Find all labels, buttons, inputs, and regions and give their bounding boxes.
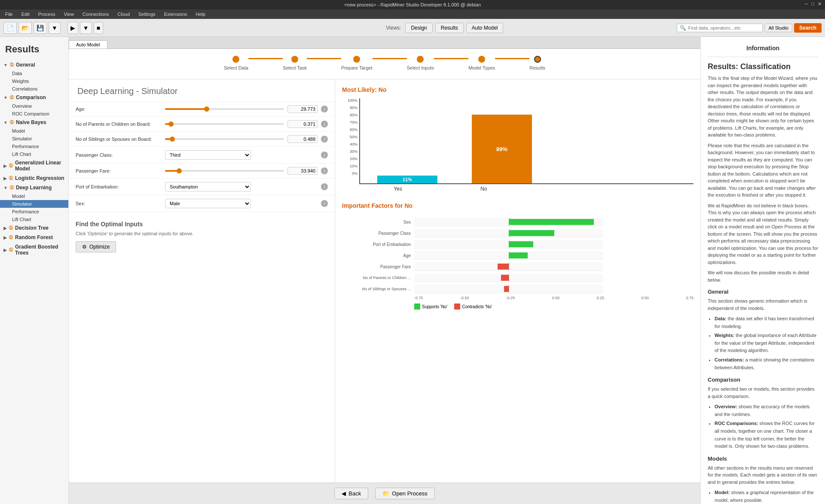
- sidebar-item-roc[interactable]: ROC Comparison: [0, 110, 68, 118]
- sim-value-fare[interactable]: [287, 167, 318, 175]
- sim-select-sex[interactable]: Female Male: [165, 199, 251, 208]
- step-prepare-target[interactable]: Prepare Target: [341, 56, 373, 70]
- sim-label-parents: No of Parents or Children on Board:: [76, 121, 162, 127]
- sim-thumb-fare[interactable]: [177, 168, 182, 173]
- run-button[interactable]: ▶: [67, 22, 78, 34]
- legend-supports-color: [414, 304, 420, 310]
- factor-class-bar: [509, 230, 554, 236]
- sidebar-group-random-forest[interactable]: ▶ ① Random Forest: [0, 233, 68, 242]
- label-random-forest: Random Forest: [15, 234, 53, 240]
- optimize-button[interactable]: ⚙ Optimize: [76, 241, 116, 252]
- center-area: Auto Model Select Data Select Task Prepa…: [69, 37, 700, 504]
- sidebar-item-dl-lift[interactable]: Lift Chart: [0, 216, 68, 223]
- results-view-btn[interactable]: Results: [435, 23, 464, 33]
- sim-value-parents[interactable]: [287, 120, 318, 128]
- sidebar-item-dl-performance[interactable]: Performance: [0, 208, 68, 216]
- sim-label-class: Passenger Class:: [76, 152, 162, 158]
- save-dropdown-button[interactable]: ▼: [49, 22, 61, 34]
- factors-heading: Important Factors for No: [342, 202, 694, 209]
- sidebar-item-dl-model[interactable]: Model: [0, 192, 68, 200]
- y-label-10: 10%: [342, 164, 358, 168]
- sim-slider-parents[interactable]: [165, 123, 284, 125]
- step-label-3: Prepare Target: [341, 65, 373, 70]
- tab-automodel[interactable]: Auto Model: [69, 40, 107, 49]
- step-circle-5: [478, 56, 485, 63]
- step-model-types[interactable]: Model Types: [468, 56, 495, 70]
- menu-edit[interactable]: Edit: [20, 11, 31, 18]
- sim-info-age[interactable]: i: [321, 106, 328, 112]
- sidebar-group-general[interactable]: ▼ ① General: [0, 60, 68, 70]
- sim-value-age[interactable]: [287, 105, 318, 113]
- new-button[interactable]: 📄: [3, 22, 17, 34]
- sidebar-group-decision-tree[interactable]: ▶ ① Decision Tree: [0, 223, 68, 233]
- minimize-btn[interactable]: ─: [805, 1, 808, 7]
- sidebar-item-nb-model[interactable]: Model: [0, 127, 68, 135]
- menu-view[interactable]: View: [62, 11, 76, 18]
- sim-select-port[interactable]: Cherbourg Queenstown Southampton: [165, 182, 251, 191]
- sidebar-item-nb-lift[interactable]: Lift Chart: [0, 150, 68, 158]
- step-line-4: [434, 58, 468, 59]
- comparison-heading: Comparison: [708, 376, 818, 383]
- search-input[interactable]: [688, 25, 757, 30]
- close-btn[interactable]: ✕: [818, 1, 822, 7]
- sidebar-item-nb-performance[interactable]: Performance: [0, 143, 68, 150]
- sim-info-class[interactable]: i: [321, 152, 328, 158]
- sidebar-item-correlations[interactable]: Correlations: [0, 85, 68, 93]
- sim-thumb-age[interactable]: [204, 106, 209, 112]
- step-select-inputs[interactable]: Select Inputs: [407, 56, 434, 70]
- menu-help[interactable]: Help: [194, 11, 208, 18]
- sim-info-fare[interactable]: i: [321, 167, 328, 174]
- open-button[interactable]: 📂: [18, 22, 32, 34]
- sim-slider-siblings[interactable]: [165, 138, 284, 140]
- factor-siblings-bar-area: [414, 285, 603, 293]
- sim-thumb-parents[interactable]: [168, 121, 174, 127]
- run-dropdown-button[interactable]: ▼: [80, 22, 92, 34]
- factor-port-bar-area: [414, 240, 603, 249]
- menu-settings[interactable]: Settings: [137, 11, 157, 18]
- sidebar-item-overview[interactable]: Overview: [0, 102, 68, 110]
- sim-label-fare: Passenger Fare:: [76, 168, 162, 173]
- sidebar-group-glm[interactable]: ▶ ① Generalized Linear Model: [0, 158, 68, 173]
- arrow-general: ▼: [3, 63, 8, 67]
- step-results[interactable]: Results: [529, 56, 545, 70]
- menu-file[interactable]: File: [3, 11, 15, 18]
- sim-thumb-siblings[interactable]: [170, 137, 175, 142]
- sim-info-port[interactable]: i: [321, 183, 328, 190]
- sidebar-group-logistic[interactable]: ▶ ① Logistic Regression: [0, 173, 68, 183]
- sidebar-item-weights[interactable]: Weights: [0, 77, 68, 85]
- axis-labels: -0.75 -0.50 -0.25 0.00 0.25 0.50 0.75: [414, 296, 694, 300]
- simulator-panel: Deep Learning - Simulator Age: i: [69, 79, 335, 483]
- sim-select-class[interactable]: First Second Third: [165, 150, 251, 160]
- search-go-btn[interactable]: Search: [794, 23, 822, 33]
- design-view-btn[interactable]: Design: [405, 23, 432, 33]
- sim-info-sex[interactable]: i: [321, 200, 328, 207]
- sidebar-group-deep-learning[interactable]: ▼ ① Deep Learning: [0, 183, 68, 192]
- menu-cloud[interactable]: Cloud: [116, 11, 131, 18]
- menu-connections[interactable]: Connections: [81, 11, 110, 18]
- sim-slider-fare[interactable]: [165, 170, 284, 172]
- open-process-button[interactable]: 📁 Open Process: [375, 488, 434, 499]
- back-button[interactable]: ◀ Back: [334, 488, 368, 499]
- sim-info-parents[interactable]: i: [321, 121, 328, 128]
- search-scope-btn[interactable]: All Studio: [764, 24, 792, 32]
- menu-extensions[interactable]: Extensions: [162, 11, 189, 18]
- save-button[interactable]: 💾: [34, 22, 47, 34]
- most-likely-heading: Most Likely: No: [342, 86, 694, 93]
- menu-process[interactable]: Process: [37, 11, 57, 18]
- optimize-section: Find the Optimal Inputs Click 'Optimize'…: [69, 212, 335, 261]
- automodel-view-btn[interactable]: Auto Model: [466, 23, 504, 33]
- sim-slider-age[interactable]: [165, 108, 284, 110]
- sidebar-item-nb-simulator[interactable]: Simulator: [0, 135, 68, 143]
- maximize-btn[interactable]: □: [811, 1, 814, 7]
- factor-age-label: Age: [342, 253, 411, 258]
- stop-button[interactable]: ■: [94, 22, 103, 34]
- sidebar-item-dl-simulator[interactable]: Simulator: [0, 200, 68, 208]
- sim-info-siblings[interactable]: i: [321, 136, 328, 143]
- sidebar-group-naive-bayes[interactable]: ▼ ① Naive Bayes: [0, 118, 68, 127]
- step-select-data[interactable]: Select Data: [224, 56, 248, 70]
- sidebar-group-gbt[interactable]: ▶ ① Gradient Boosted Trees: [0, 242, 68, 258]
- sidebar-item-data[interactable]: Data: [0, 70, 68, 77]
- step-select-task[interactable]: Select Task: [283, 56, 307, 70]
- sim-value-siblings[interactable]: [287, 135, 318, 143]
- sidebar-group-comparison[interactable]: ▼ ① Comparison: [0, 93, 68, 102]
